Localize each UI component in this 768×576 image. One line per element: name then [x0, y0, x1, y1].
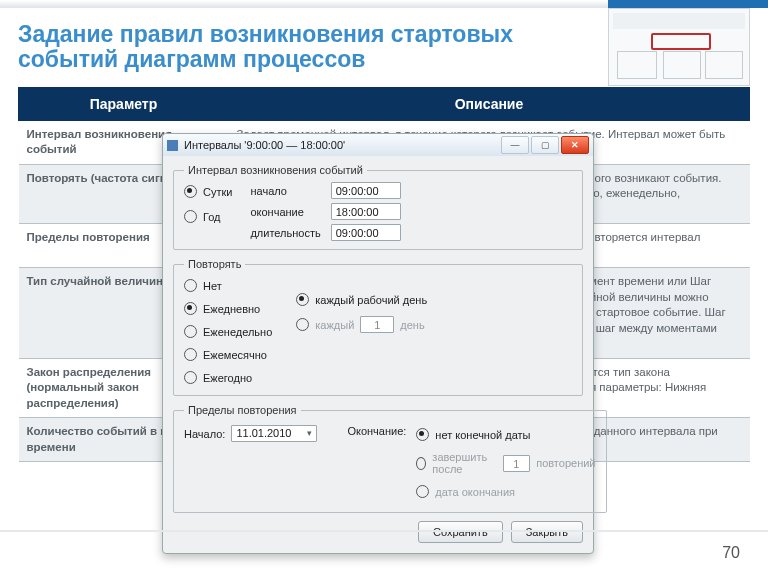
radio-year[interactable] [184, 210, 197, 223]
radio-repeat-daily-label: Ежедневно [203, 303, 260, 315]
app-icon [167, 140, 178, 151]
input-end-time[interactable]: 18:00:00 [331, 203, 401, 220]
input-start-time[interactable]: 09:00:00 [331, 182, 401, 199]
radio-day[interactable] [184, 185, 197, 198]
input-end-after-n[interactable]: 1 [503, 455, 531, 472]
end-after-unit: повторений [536, 457, 595, 469]
radio-each-n-label: каждый [315, 319, 354, 331]
radio-end-after-label: завершить после [432, 451, 496, 475]
group-repeat-legend: Повторять [184, 258, 245, 270]
radio-day-label: Сутки [203, 186, 232, 198]
group-interval-legend: Интервал возникновения событий [184, 164, 367, 176]
radio-end-after[interactable] [416, 457, 426, 470]
input-each-n[interactable]: 1 [360, 316, 394, 333]
label-end: окончание [250, 206, 320, 218]
radio-end-date-label: дата окончания [435, 486, 515, 498]
radio-repeat-daily[interactable] [184, 302, 197, 315]
close-window-button[interactable]: ✕ [561, 136, 589, 154]
slide-title: Задание правил возникновения стартовых с… [18, 22, 558, 73]
radio-repeat-weekly[interactable] [184, 325, 197, 338]
minimize-button[interactable]: — [501, 136, 529, 154]
each-n-unit: день [400, 319, 424, 331]
label-limits-end: Окончание: [347, 425, 406, 437]
radio-repeat-none[interactable] [184, 279, 197, 292]
input-start-date[interactable]: 11.01.2010 [231, 425, 317, 442]
group-repeat: Повторять Нет Ежедневно Еженедельно Ежем… [173, 258, 583, 396]
radio-each-workday-label: каждый рабочий день [315, 294, 427, 306]
group-limits: Пределы повторения Начало: 11.01.2010 Ок… [173, 404, 607, 513]
radio-each-workday[interactable] [296, 293, 309, 306]
group-limits-legend: Пределы повторения [184, 404, 301, 416]
radio-each-n[interactable] [296, 318, 309, 331]
radio-end-date[interactable] [416, 485, 429, 498]
close-button[interactable]: Закрыть [511, 521, 583, 543]
group-interval: Интервал возникновения событий Сутки Год… [173, 164, 583, 250]
radio-no-end[interactable] [416, 428, 429, 441]
col-header-param: Параметр [19, 87, 229, 120]
maximize-button[interactable]: ▢ [531, 136, 559, 154]
thumbnail-preview [608, 8, 750, 86]
radio-repeat-monthly-label: Ежемесячно [203, 349, 267, 361]
radio-repeat-yearly-label: Ежегодно [203, 372, 252, 384]
label-start: начало [250, 185, 320, 197]
radio-repeat-yearly[interactable] [184, 371, 197, 384]
dialog-title-text: Интервалы '9:00:00 — 18:00:00' [184, 139, 345, 151]
intervals-dialog: Интервалы '9:00:00 — 18:00:00' — ▢ ✕ Инт… [162, 133, 594, 554]
radio-year-label: Год [203, 211, 221, 223]
radio-repeat-none-label: Нет [203, 280, 222, 292]
page-number: 70 [722, 544, 740, 562]
label-limits-start: Начало: [184, 428, 225, 440]
radio-repeat-weekly-label: Еженедельно [203, 326, 272, 338]
label-duration: длительность [250, 227, 320, 239]
radio-no-end-label: нет конечной даты [435, 429, 530, 441]
radio-repeat-monthly[interactable] [184, 348, 197, 361]
input-duration[interactable]: 09:00:00 [331, 224, 401, 241]
col-header-desc: Описание [229, 87, 750, 120]
save-button[interactable]: Сохранить [418, 521, 503, 543]
dialog-titlebar[interactable]: Интервалы '9:00:00 — 18:00:00' — ▢ ✕ [163, 134, 593, 156]
